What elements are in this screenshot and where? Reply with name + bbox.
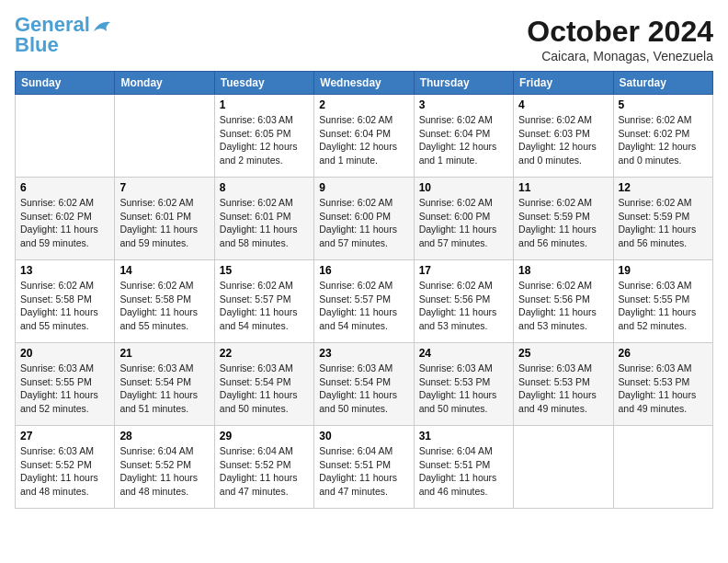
day-number: 20 bbox=[20, 347, 109, 360]
day-info: Sunrise: 6:03 AMSunset: 5:53 PMDaylight:… bbox=[419, 362, 508, 416]
calendar-header: SundayMondayTuesdayWednesdayThursdayFrid… bbox=[16, 72, 713, 95]
day-info: Sunrise: 6:02 AMSunset: 5:56 PMDaylight:… bbox=[518, 279, 608, 333]
day-info: Sunrise: 6:03 AMSunset: 6:05 PMDaylight:… bbox=[220, 113, 309, 167]
calendar-cell: 30Sunrise: 6:04 AMSunset: 5:51 PMDayligh… bbox=[314, 426, 414, 509]
logo-bird-icon bbox=[92, 18, 112, 35]
calendar-cell: 3Sunrise: 6:02 AMSunset: 6:04 PMDaylight… bbox=[414, 95, 513, 178]
calendar-cell: 18Sunrise: 6:02 AMSunset: 5:56 PMDayligh… bbox=[514, 260, 613, 343]
day-info: Sunrise: 6:02 AMSunset: 6:04 PMDaylight:… bbox=[419, 113, 508, 167]
header-day-thursday: Thursday bbox=[414, 72, 513, 95]
calendar-week-0: 1Sunrise: 6:03 AMSunset: 6:05 PMDaylight… bbox=[16, 95, 713, 178]
day-info: Sunrise: 6:04 AMSunset: 5:52 PMDaylight:… bbox=[119, 444, 209, 499]
calendar-body: 1Sunrise: 6:03 AMSunset: 6:05 PMDaylight… bbox=[16, 95, 713, 509]
day-number: 15 bbox=[220, 264, 309, 277]
day-number: 25 bbox=[518, 347, 608, 360]
calendar-cell: 2Sunrise: 6:02 AMSunset: 6:04 PMDaylight… bbox=[314, 95, 414, 178]
header-day-tuesday: Tuesday bbox=[214, 72, 313, 95]
calendar-cell: 8Sunrise: 6:02 AMSunset: 6:01 PMDaylight… bbox=[214, 178, 313, 260]
page-header: General Blue October 2024 Caicara, Monag… bbox=[15, 15, 713, 63]
calendar-week-3: 20Sunrise: 6:03 AMSunset: 5:55 PMDayligh… bbox=[16, 343, 713, 426]
day-info: Sunrise: 6:03 AMSunset: 5:55 PMDaylight:… bbox=[619, 279, 708, 333]
day-number: 7 bbox=[119, 181, 209, 194]
header-day-sunday: Sunday bbox=[16, 72, 115, 95]
day-info: Sunrise: 6:03 AMSunset: 5:53 PMDaylight:… bbox=[518, 362, 608, 416]
day-number: 2 bbox=[319, 98, 408, 111]
calendar-cell: 22Sunrise: 6:03 AMSunset: 5:54 PMDayligh… bbox=[214, 343, 313, 426]
day-info: Sunrise: 6:02 AMSunset: 6:01 PMDaylight:… bbox=[119, 196, 209, 250]
calendar-cell: 16Sunrise: 6:02 AMSunset: 5:57 PMDayligh… bbox=[314, 260, 414, 343]
calendar-cell bbox=[115, 95, 214, 178]
calendar-cell: 17Sunrise: 6:02 AMSunset: 5:56 PMDayligh… bbox=[414, 260, 513, 343]
header-day-wednesday: Wednesday bbox=[314, 72, 414, 95]
day-number: 3 bbox=[419, 98, 508, 111]
calendar-cell: 23Sunrise: 6:03 AMSunset: 5:54 PMDayligh… bbox=[314, 343, 414, 426]
day-info: Sunrise: 6:02 AMSunset: 6:03 PMDaylight:… bbox=[518, 113, 608, 167]
calendar-cell bbox=[514, 426, 613, 509]
header-row: SundayMondayTuesdayWednesdayThursdayFrid… bbox=[16, 72, 713, 95]
day-info: Sunrise: 6:03 AMSunset: 5:52 PMDaylight:… bbox=[20, 444, 109, 499]
logo: General Blue bbox=[15, 15, 112, 55]
day-info: Sunrise: 6:03 AMSunset: 5:54 PMDaylight:… bbox=[119, 362, 209, 416]
calendar-cell: 27Sunrise: 6:03 AMSunset: 5:52 PMDayligh… bbox=[16, 426, 115, 509]
day-number: 4 bbox=[518, 98, 608, 111]
day-info: Sunrise: 6:03 AMSunset: 5:53 PMDaylight:… bbox=[619, 362, 708, 416]
day-info: Sunrise: 6:03 AMSunset: 5:55 PMDaylight:… bbox=[20, 362, 109, 416]
calendar-cell: 9Sunrise: 6:02 AMSunset: 6:00 PMDaylight… bbox=[314, 178, 414, 260]
day-number: 23 bbox=[319, 347, 408, 360]
day-info: Sunrise: 6:02 AMSunset: 6:02 PMDaylight:… bbox=[619, 113, 708, 167]
day-number: 17 bbox=[419, 264, 508, 277]
location-subtitle: Caicara, Monagas, Venezuela bbox=[527, 49, 713, 63]
calendar-cell: 12Sunrise: 6:02 AMSunset: 5:59 PMDayligh… bbox=[613, 178, 712, 260]
day-info: Sunrise: 6:04 AMSunset: 5:52 PMDaylight:… bbox=[220, 444, 309, 499]
calendar-cell: 25Sunrise: 6:03 AMSunset: 5:53 PMDayligh… bbox=[514, 343, 613, 426]
day-number: 14 bbox=[119, 264, 209, 277]
day-info: Sunrise: 6:04 AMSunset: 5:51 PMDaylight:… bbox=[419, 444, 508, 499]
day-number: 10 bbox=[419, 181, 508, 194]
calendar-cell: 21Sunrise: 6:03 AMSunset: 5:54 PMDayligh… bbox=[115, 343, 214, 426]
calendar-cell: 1Sunrise: 6:03 AMSunset: 6:05 PMDaylight… bbox=[214, 95, 313, 178]
day-number: 29 bbox=[220, 430, 309, 442]
day-number: 21 bbox=[119, 347, 209, 360]
day-info: Sunrise: 6:02 AMSunset: 5:58 PMDaylight:… bbox=[20, 279, 109, 333]
day-number: 27 bbox=[20, 430, 109, 442]
day-info: Sunrise: 6:02 AMSunset: 5:58 PMDaylight:… bbox=[119, 279, 209, 333]
day-info: Sunrise: 6:03 AMSunset: 5:54 PMDaylight:… bbox=[319, 362, 408, 416]
day-info: Sunrise: 6:02 AMSunset: 6:00 PMDaylight:… bbox=[419, 196, 508, 250]
title-block: October 2024 Caicara, Monagas, Venezuela bbox=[527, 15, 713, 63]
day-number: 28 bbox=[119, 430, 209, 442]
day-number: 30 bbox=[319, 430, 408, 442]
calendar-cell: 10Sunrise: 6:02 AMSunset: 6:00 PMDayligh… bbox=[414, 178, 513, 260]
day-info: Sunrise: 6:02 AMSunset: 5:59 PMDaylight:… bbox=[518, 196, 608, 250]
calendar-cell: 6Sunrise: 6:02 AMSunset: 6:02 PMDaylight… bbox=[16, 178, 115, 260]
calendar-cell: 19Sunrise: 6:03 AMSunset: 5:55 PMDayligh… bbox=[613, 260, 712, 343]
day-number: 9 bbox=[319, 181, 408, 194]
day-number: 8 bbox=[220, 181, 309, 194]
day-number: 18 bbox=[518, 264, 608, 277]
calendar-cell: 15Sunrise: 6:02 AMSunset: 5:57 PMDayligh… bbox=[214, 260, 313, 343]
calendar-cell: 14Sunrise: 6:02 AMSunset: 5:58 PMDayligh… bbox=[115, 260, 214, 343]
calendar-cell: 11Sunrise: 6:02 AMSunset: 5:59 PMDayligh… bbox=[514, 178, 613, 260]
day-info: Sunrise: 6:02 AMSunset: 5:57 PMDaylight:… bbox=[220, 279, 309, 333]
calendar-cell: 7Sunrise: 6:02 AMSunset: 6:01 PMDaylight… bbox=[115, 178, 214, 260]
calendar-week-2: 13Sunrise: 6:02 AMSunset: 5:58 PMDayligh… bbox=[16, 260, 713, 343]
calendar-cell: 5Sunrise: 6:02 AMSunset: 6:02 PMDaylight… bbox=[613, 95, 712, 178]
calendar-cell: 26Sunrise: 6:03 AMSunset: 5:53 PMDayligh… bbox=[613, 343, 712, 426]
calendar-cell: 31Sunrise: 6:04 AMSunset: 5:51 PMDayligh… bbox=[414, 426, 513, 509]
day-info: Sunrise: 6:02 AMSunset: 5:59 PMDaylight:… bbox=[619, 196, 708, 250]
day-number: 24 bbox=[419, 347, 508, 360]
day-info: Sunrise: 6:02 AMSunset: 6:04 PMDaylight:… bbox=[319, 113, 408, 167]
calendar-cell: 29Sunrise: 6:04 AMSunset: 5:52 PMDayligh… bbox=[214, 426, 313, 509]
day-info: Sunrise: 6:02 AMSunset: 6:00 PMDaylight:… bbox=[319, 196, 408, 250]
header-day-friday: Friday bbox=[514, 72, 613, 95]
header-day-monday: Monday bbox=[115, 72, 214, 95]
day-number: 11 bbox=[518, 181, 608, 194]
calendar-cell bbox=[16, 95, 115, 178]
calendar-cell: 20Sunrise: 6:03 AMSunset: 5:55 PMDayligh… bbox=[16, 343, 115, 426]
day-number: 31 bbox=[419, 430, 508, 442]
day-info: Sunrise: 6:02 AMSunset: 6:01 PMDaylight:… bbox=[220, 196, 309, 250]
calendar-table: SundayMondayTuesdayWednesdayThursdayFrid… bbox=[15, 71, 713, 509]
day-info: Sunrise: 6:02 AMSunset: 6:02 PMDaylight:… bbox=[20, 196, 109, 250]
day-number: 13 bbox=[20, 264, 109, 277]
day-number: 22 bbox=[220, 347, 309, 360]
calendar-week-1: 6Sunrise: 6:02 AMSunset: 6:02 PMDaylight… bbox=[16, 178, 713, 260]
